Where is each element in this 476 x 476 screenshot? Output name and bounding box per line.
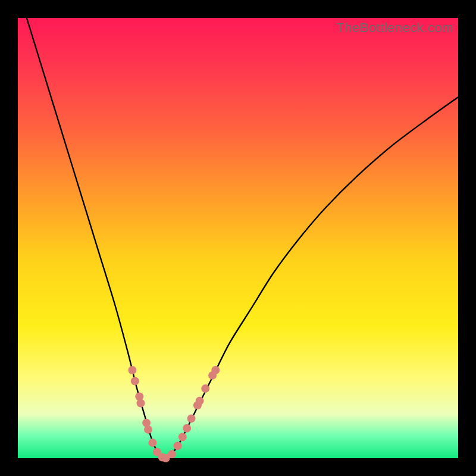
marker-dot	[211, 366, 220, 374]
marker-dot	[168, 450, 176, 458]
marker-dot	[183, 424, 191, 433]
marker-dot	[136, 399, 145, 408]
curve-markers	[128, 366, 220, 462]
marker-dot	[128, 366, 136, 374]
marker-dot	[131, 377, 139, 386]
marker-dot	[201, 384, 209, 393]
chart-frame: TheBottleneck.com	[0, 0, 476, 476]
plot-area: TheBottleneck.com	[18, 18, 458, 458]
marker-dot	[178, 433, 187, 441]
bottleneck-curve	[27, 18, 458, 458]
marker-dot	[148, 439, 156, 447]
marker-dot	[174, 441, 182, 450]
marker-dot	[187, 414, 196, 422]
marker-dot	[196, 397, 204, 405]
curve-svg	[18, 18, 458, 458]
marker-dot	[144, 425, 152, 434]
